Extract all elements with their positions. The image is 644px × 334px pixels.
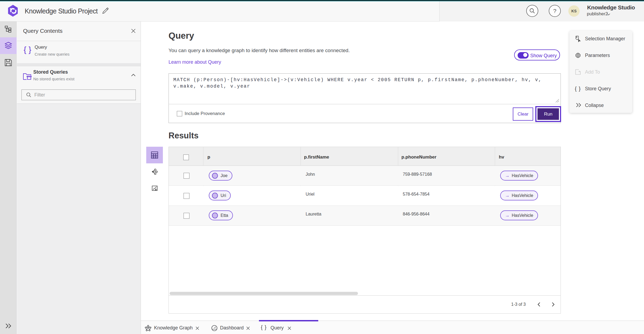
svg-text:?: ? bbox=[553, 8, 557, 14]
